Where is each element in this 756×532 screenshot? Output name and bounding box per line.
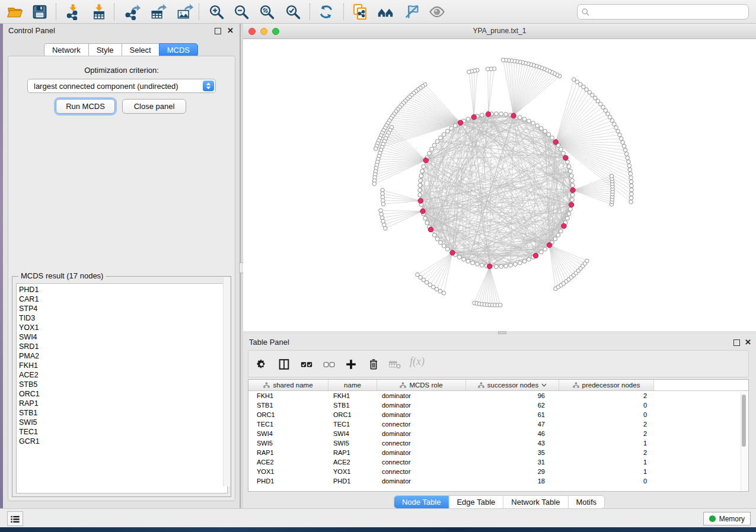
table-cell[interactable]: ORC1 — [328, 410, 377, 419]
table-row[interactable]: TEC1TEC1connector472 — [248, 419, 748, 429]
table-cell[interactable]: connector — [377, 438, 466, 448]
table-cell[interactable]: RAP1 — [248, 448, 328, 457]
network-node[interactable] — [439, 241, 443, 245]
network-node[interactable] — [539, 126, 543, 130]
table-cell[interactable]: connector — [377, 467, 466, 476]
network-node[interactable] — [381, 202, 385, 206]
network-node[interactable] — [445, 247, 449, 251]
table-cell[interactable]: SWI4 — [248, 429, 328, 438]
network-node[interactable] — [480, 113, 484, 117]
mcds-node[interactable] — [563, 155, 568, 160]
network-node[interactable] — [569, 174, 573, 178]
show-details-eye-icon[interactable] — [427, 2, 447, 21]
network-node[interactable] — [486, 67, 490, 71]
column-header-shared-name[interactable]: shared name — [248, 380, 328, 390]
table-cell[interactable]: connector — [377, 419, 466, 429]
table-cell[interactable]: 2 — [559, 429, 654, 438]
network-node[interactable] — [439, 136, 443, 140]
table-cell[interactable]: 62 — [466, 400, 559, 410]
mcds-result-item[interactable]: STB1 — [19, 408, 227, 418]
table-row[interactable]: YOX1YOX1connector291 — [248, 467, 748, 476]
network-node[interactable] — [553, 237, 557, 241]
table-cell[interactable]: 43 — [466, 438, 559, 448]
zoom-in-icon[interactable] — [206, 2, 227, 21]
network-node[interactable] — [628, 168, 632, 172]
network-node[interactable] — [438, 289, 442, 293]
delete-table-icon[interactable] — [388, 358, 402, 371]
network-node[interactable] — [629, 180, 633, 184]
function-builder-icon[interactable]: f(x) — [410, 355, 425, 368]
memory-button[interactable]: Memory — [703, 512, 751, 525]
table-cell[interactable]: 0 — [559, 476, 654, 486]
network-node[interactable] — [449, 126, 454, 130]
network-node[interactable] — [495, 112, 499, 116]
network-node[interactable] — [466, 259, 470, 264]
network-node[interactable] — [567, 165, 571, 169]
table-row[interactable]: FKH1FKH1dominator962 — [248, 391, 748, 400]
mcds-node[interactable] — [420, 209, 425, 213]
network-node[interactable] — [527, 257, 531, 261]
close-panel-button[interactable]: Close panel — [122, 99, 186, 114]
network-node[interactable] — [622, 144, 626, 148]
network-node[interactable] — [543, 247, 547, 251]
network-node[interactable] — [445, 129, 449, 133]
network-node[interactable] — [504, 113, 508, 117]
network-node[interactable] — [442, 291, 446, 295]
mcds-node[interactable] — [533, 253, 538, 258]
network-node[interactable] — [418, 188, 422, 193]
mcds-result-item[interactable]: ACE2 — [19, 370, 227, 380]
table-cell[interactable]: 2 — [559, 448, 654, 457]
table-cell[interactable]: ORC1 — [248, 410, 328, 419]
mcds-node[interactable] — [487, 264, 492, 268]
network-node[interactable] — [383, 226, 387, 230]
mcds-node[interactable] — [570, 188, 575, 193]
table-cell[interactable]: FKH1 — [248, 391, 328, 400]
table-cell[interactable]: 35 — [466, 448, 559, 457]
network-node[interactable] — [623, 148, 627, 152]
network-node[interactable] — [471, 261, 475, 265]
mcds-result-item[interactable]: TID3 — [19, 313, 227, 323]
network-node[interactable] — [419, 178, 423, 182]
network-node[interactable] — [570, 198, 575, 202]
table-row[interactable]: SWI5SWI5connector431 — [248, 438, 748, 448]
network-node[interactable] — [495, 265, 499, 269]
network-node[interactable] — [466, 117, 470, 121]
import-network-icon[interactable] — [63, 2, 83, 21]
network-node[interactable] — [442, 133, 446, 137]
mcds-result-item[interactable]: CAR1 — [19, 294, 227, 304]
find-binoculars-icon[interactable] — [375, 2, 395, 21]
deselect-all-checkboxes-icon[interactable] — [322, 358, 336, 371]
mcds-result-item[interactable]: STP4 — [19, 304, 227, 313]
network-node[interactable] — [522, 259, 527, 264]
tab-motifs[interactable]: Motifs — [567, 496, 604, 508]
network-node[interactable] — [499, 112, 503, 116]
table-row[interactable]: PHD1PHD1dominator180 — [248, 476, 748, 486]
network-node[interactable] — [499, 264, 503, 268]
tab-edge-table[interactable]: Edge Table — [448, 496, 503, 508]
network-node[interactable] — [539, 250, 543, 254]
delete-column-trash-icon[interactable] — [366, 358, 381, 371]
toggle-flags-icon[interactable] — [401, 2, 422, 21]
share-network-document-icon[interactable] — [350, 2, 370, 21]
network-node[interactable] — [629, 176, 633, 180]
refresh-icon[interactable] — [316, 2, 336, 21]
network-node[interactable] — [457, 255, 461, 259]
network-node[interactable] — [547, 133, 551, 137]
mcds-node[interactable] — [418, 198, 423, 203]
table-cell[interactable]: dominator — [377, 429, 466, 438]
network-node[interactable] — [569, 207, 573, 211]
network-node[interactable] — [630, 184, 634, 188]
network-node[interactable] — [498, 303, 502, 307]
mcds-result-item[interactable]: GCR1 — [19, 437, 227, 446]
network-node[interactable] — [379, 209, 383, 213]
table-cell[interactable]: 0 — [559, 400, 654, 410]
network-node[interactable] — [629, 172, 633, 176]
table-cell[interactable]: 46 — [466, 429, 559, 438]
float-window-icon[interactable] — [215, 28, 221, 34]
network-node[interactable] — [614, 126, 618, 130]
mcds-result-item[interactable]: FKH1 — [19, 361, 227, 370]
column-header-predecessor-nodes[interactable]: predecessor nodes — [559, 380, 654, 390]
network-node[interactable] — [570, 178, 575, 182]
mcds-node[interactable] — [458, 120, 462, 125]
network-node[interactable] — [585, 259, 589, 263]
